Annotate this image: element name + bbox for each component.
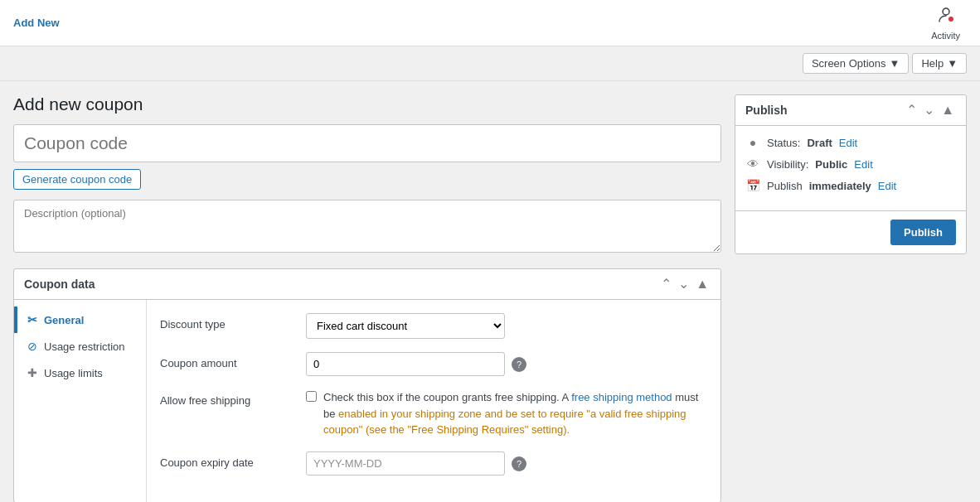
visibility-edit-link[interactable]: Edit xyxy=(854,158,872,171)
tab-usage-limits-label: Usage limits xyxy=(44,367,103,379)
status-edit-link[interactable]: Edit xyxy=(839,137,857,149)
field-row-free-shipping: Allow free shipping Check this box if th… xyxy=(160,389,707,438)
free-shipping-checkbox[interactable] xyxy=(306,391,317,402)
add-new-link[interactable]: Add New xyxy=(13,17,60,29)
field-row-discount-type: Discount type Percentage discount Fixed … xyxy=(160,313,707,339)
coupon-data-title: Coupon data xyxy=(24,278,95,291)
content-area: Add new coupon Generate coupon code Coup… xyxy=(13,94,721,502)
options-bar: Screen Options ▼ Help ▼ xyxy=(0,46,980,81)
main-container: Add new coupon Generate coupon code Coup… xyxy=(0,81,980,502)
svg-point-0 xyxy=(943,8,949,15)
free-shipping-link[interactable]: free shipping method xyxy=(571,391,672,403)
coupon-tabs: ✂ General ⊘ Usage restriction ✚ Usage li… xyxy=(14,300,147,502)
chevron-down-icon: ▼ xyxy=(947,57,958,70)
meta-box-controls: ⌃ ⌄ ▲ xyxy=(659,278,711,291)
status-icon: ● xyxy=(745,136,760,149)
schedule-value: immediately xyxy=(809,180,871,192)
screen-options-button[interactable]: Screen Options ▼ xyxy=(803,53,909,74)
publish-collapse-up[interactable]: ⌃ xyxy=(905,104,919,117)
coupon-fields: Discount type Percentage discount Fixed … xyxy=(147,300,720,502)
free-shipping-control: Check this box if the coupon grants free… xyxy=(306,389,707,438)
top-bar: Add New Activity xyxy=(0,0,980,46)
publish-header: Publish ⌃ ⌄ ▲ xyxy=(735,95,966,126)
field-row-coupon-amount: Coupon amount ? xyxy=(160,352,707,376)
top-bar-right: Activity xyxy=(924,2,967,44)
tab-general-label: General xyxy=(44,314,84,326)
coupon-code-input[interactable] xyxy=(13,124,721,162)
plus-icon: ✚ xyxy=(27,366,37,379)
tab-general[interactable]: ✂ General xyxy=(14,307,146,333)
publish-footer: Publish xyxy=(735,210,966,253)
collapse-down-button[interactable]: ⌄ xyxy=(677,278,691,291)
coupon-data-box: Coupon data ⌃ ⌄ ▲ ✂ General ⊘ Usage res xyxy=(13,268,721,502)
restriction-icon: ⊘ xyxy=(27,340,37,353)
activity-button[interactable]: Activity xyxy=(924,2,967,44)
visibility-icon: 👁 xyxy=(745,157,760,171)
svg-point-1 xyxy=(948,17,953,22)
publish-status-row: ● Status: Draft Edit xyxy=(745,136,956,149)
page-title: Add new coupon xyxy=(13,94,721,114)
scissors-icon: ✂ xyxy=(27,313,37,326)
status-label: Status: xyxy=(767,137,800,149)
coupon-amount-help-icon[interactable]: ? xyxy=(512,357,526,372)
toggle-button[interactable]: ▲ xyxy=(694,278,711,291)
discount-type-select[interactable]: Percentage discount Fixed cart discount … xyxy=(306,313,505,339)
field-row-expiry-date: Coupon expiry date ? xyxy=(160,451,707,475)
calendar-icon: 📅 xyxy=(745,179,760,192)
publish-body: ● Status: Draft Edit 👁 Visibility: Publi… xyxy=(735,126,966,210)
coupon-data-header: Coupon data ⌃ ⌄ ▲ xyxy=(14,269,720,300)
coupon-amount-label: Coupon amount xyxy=(160,352,293,369)
coupon-amount-input[interactable] xyxy=(306,352,505,376)
expiry-date-label: Coupon expiry date xyxy=(160,451,293,469)
tab-usage-restriction[interactable]: ⊘ Usage restriction xyxy=(14,333,146,360)
generate-coupon-button[interactable]: Generate coupon code xyxy=(13,169,141,190)
expiry-date-control: ? xyxy=(306,451,707,475)
coupon-data-body: ✂ General ⊘ Usage restriction ✚ Usage li… xyxy=(14,300,720,502)
expiry-date-help-icon[interactable]: ? xyxy=(512,456,526,471)
description-textarea[interactable] xyxy=(13,200,721,253)
publish-controls: ⌃ ⌄ ▲ xyxy=(905,104,956,117)
publish-visibility-row: 👁 Visibility: Public Edit xyxy=(745,157,956,171)
collapse-up-button[interactable]: ⌃ xyxy=(659,278,673,291)
coupon-amount-control: ? xyxy=(306,352,707,376)
help-button[interactable]: Help ▼ xyxy=(912,53,967,74)
sidebar-area: Publish ⌃ ⌄ ▲ ● Status: Draft Edit 👁 xyxy=(735,94,967,502)
shipping-text: Check this box if the coupon grants free… xyxy=(323,389,705,438)
publish-box: Publish ⌃ ⌄ ▲ ● Status: Draft Edit 👁 xyxy=(735,94,967,254)
activity-icon xyxy=(936,5,956,29)
activity-label: Activity xyxy=(931,31,960,41)
expiry-date-input[interactable] xyxy=(306,451,505,475)
publish-collapse-down[interactable]: ⌄ xyxy=(922,104,936,117)
visibility-value: Public xyxy=(815,158,847,171)
tab-usage-restriction-label: Usage restriction xyxy=(44,340,125,353)
schedule-label: Publish xyxy=(767,180,803,192)
publish-button[interactable]: Publish xyxy=(890,220,956,245)
schedule-edit-link[interactable]: Edit xyxy=(878,180,896,192)
shipping-orange-text: enabled in your shipping zone and be set… xyxy=(323,408,686,437)
tab-usage-limits[interactable]: ✚ Usage limits xyxy=(14,360,146,386)
top-bar-left: Add New xyxy=(13,17,60,29)
publish-toggle[interactable]: ▲ xyxy=(939,104,956,117)
discount-type-control: Percentage discount Fixed cart discount … xyxy=(306,313,707,339)
discount-type-label: Discount type xyxy=(160,313,293,331)
publish-schedule-row: 📅 Publish immediately Edit xyxy=(745,179,956,192)
free-shipping-label: Allow free shipping xyxy=(160,389,293,407)
status-value: Draft xyxy=(807,137,832,149)
visibility-label: Visibility: xyxy=(767,158,808,171)
chevron-down-icon: ▼ xyxy=(890,57,900,70)
publish-title: Publish xyxy=(745,104,788,117)
shipping-checkbox-wrap: Check this box if the coupon grants free… xyxy=(306,389,705,438)
